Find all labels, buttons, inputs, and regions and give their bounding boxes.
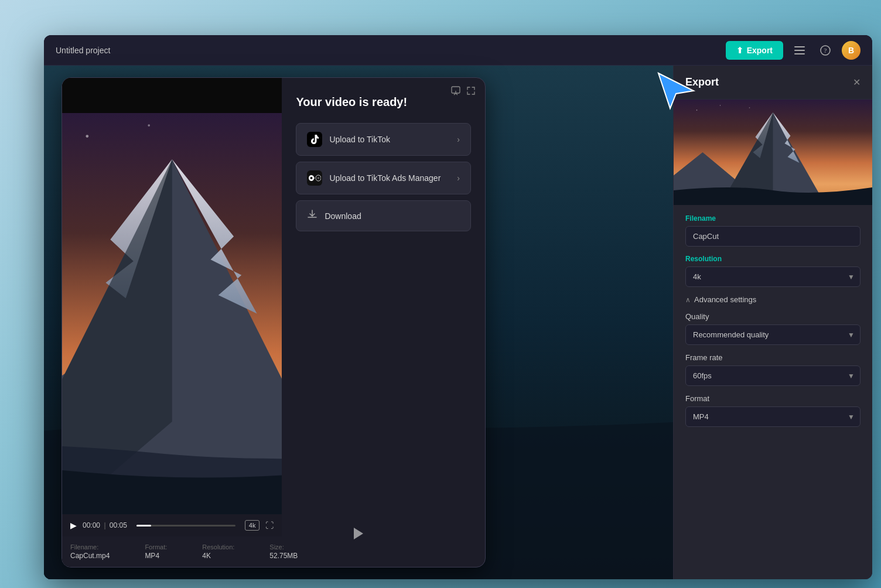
upload-tiktok-ads-label: Upload to TikTok Ads Manager bbox=[329, 173, 440, 183]
chevron-right-icon: › bbox=[457, 135, 460, 144]
main-content: ▶ 00:00 | 00:05 4k ⛶ bbox=[44, 66, 872, 579]
format-value: MP4 bbox=[145, 552, 167, 560]
fullscreen-icon-button[interactable] bbox=[466, 86, 476, 98]
quality-select-wrapper: Recommended quality High quality Medium … bbox=[685, 324, 860, 345]
resolution-select-wrapper: 4k 2k 1080p 720p 480p 360p ▼ bbox=[685, 266, 860, 287]
framerate-select[interactable]: 60fps 30fps 24fps bbox=[685, 365, 860, 386]
export-upload-icon: ⬆ bbox=[736, 46, 743, 55]
upload-tiktok-ads-button[interactable]: Upload to TikTok Ads Manager › bbox=[296, 162, 471, 194]
upload-tiktok-ads-left: Upload to TikTok Ads Manager bbox=[307, 170, 440, 186]
video-preview-side: ▶ 00:00 | 00:05 4k ⛶ bbox=[62, 78, 282, 567]
upload-tiktok-left: Upload to TikTok bbox=[307, 132, 390, 147]
resolution-meta: Resolution: 4K bbox=[202, 543, 234, 560]
modal-top-icons bbox=[451, 86, 476, 98]
svg-point-15 bbox=[317, 177, 320, 179]
framerate-field-label: Frame rate bbox=[685, 353, 860, 362]
chevron-right-ads-icon: › bbox=[457, 173, 460, 183]
modal-right-side: Your video is ready! Upload to TikTok bbox=[282, 78, 485, 567]
filename-field-label: Filename bbox=[685, 214, 860, 223]
export-sidebar: Export ✕ bbox=[673, 66, 872, 579]
play-button[interactable]: ▶ bbox=[70, 521, 77, 530]
resolution-select[interactable]: 4k 2k 1080p 720p 480p 360p bbox=[685, 266, 860, 287]
filename-input[interactable] bbox=[685, 226, 860, 247]
app-window: Untitled project ⬆ Export ? B bbox=[44, 35, 872, 579]
time-display: 00:00 | 00:05 bbox=[83, 521, 127, 529]
export-header: Export ✕ bbox=[674, 66, 872, 100]
quality-field-label: Quality bbox=[685, 312, 860, 321]
avatar[interactable]: B bbox=[842, 41, 860, 60]
project-title: Untitled project bbox=[56, 46, 110, 55]
close-export-button[interactable]: ✕ bbox=[853, 77, 860, 88]
quality-select[interactable]: Recommended quality High quality Medium … bbox=[685, 324, 860, 345]
svg-rect-2 bbox=[794, 53, 805, 54]
video-black-top bbox=[62, 78, 282, 113]
svg-point-17 bbox=[696, 110, 698, 111]
advanced-settings-toggle[interactable]: ∧ Advanced settings bbox=[685, 295, 756, 304]
filename-label: Filename: bbox=[70, 543, 110, 551]
svg-point-14 bbox=[310, 177, 313, 179]
export-button-label: Export bbox=[747, 46, 773, 55]
svg-point-19 bbox=[749, 107, 750, 108]
svg-point-13 bbox=[148, 124, 150, 127]
resolution-value: 4K bbox=[202, 552, 234, 560]
share-icon-button[interactable] bbox=[451, 86, 460, 98]
modal-inner: ▶ 00:00 | 00:05 4k ⛶ bbox=[62, 78, 485, 567]
video-thumbnail bbox=[62, 113, 282, 514]
framerate-select-wrapper: 60fps 30fps 24fps ▼ bbox=[685, 365, 860, 386]
filename-meta: Filename: CapCut.mp4 bbox=[70, 543, 110, 560]
format-meta: Format: MP4 bbox=[145, 543, 167, 560]
download-label: Download bbox=[325, 211, 361, 221]
svg-text:?: ? bbox=[824, 47, 827, 54]
svg-rect-1 bbox=[794, 50, 805, 51]
svg-rect-0 bbox=[794, 46, 805, 47]
top-bar: Untitled project ⬆ Export ? B bbox=[44, 35, 872, 66]
menu-button[interactable] bbox=[790, 41, 809, 60]
upload-tiktok-label: Upload to TikTok bbox=[329, 135, 390, 144]
upload-tiktok-button[interactable]: Upload to TikTok › bbox=[296, 123, 471, 156]
format-select[interactable]: MP4 MOV AVI GIF bbox=[685, 406, 860, 427]
export-button[interactable]: ⬆ Export bbox=[726, 41, 783, 60]
export-modal: ▶ 00:00 | 00:05 4k ⛶ bbox=[62, 77, 486, 568]
preview-thumbnail bbox=[674, 100, 872, 205]
help-button[interactable]: ? bbox=[816, 41, 835, 60]
filename-value: CapCut.mp4 bbox=[70, 552, 110, 560]
svg-point-18 bbox=[720, 105, 720, 105]
bottom-play-button[interactable] bbox=[352, 527, 365, 544]
download-icon bbox=[307, 209, 317, 223]
fullscreen-button[interactable]: ⛶ bbox=[265, 521, 274, 530]
advanced-chevron-icon: ∧ bbox=[685, 296, 691, 304]
download-button[interactable]: Download bbox=[296, 200, 471, 231]
ready-title: Your video is ready! bbox=[296, 95, 471, 109]
quality-badge: 4k bbox=[245, 520, 260, 531]
sidebar-form: Filename Resolution 4k 2k 1080p 720p 480… bbox=[674, 205, 872, 445]
progress-fill bbox=[136, 525, 151, 527]
top-bar-actions: ⬆ Export ? B bbox=[726, 41, 860, 60]
resolution-field-label: Resolution bbox=[685, 255, 860, 263]
center-area: ▶ 00:00 | 00:05 4k ⛶ bbox=[44, 66, 673, 579]
format-label: Format: bbox=[145, 543, 167, 551]
format-select-wrapper: MP4 MOV AVI GIF ▼ bbox=[685, 406, 860, 427]
format-field-label: Format bbox=[685, 394, 860, 403]
video-controls: ▶ 00:00 | 00:05 4k ⛶ bbox=[62, 514, 282, 536]
tiktok-ads-icon bbox=[307, 170, 322, 186]
tiktok-icon bbox=[307, 132, 322, 147]
progress-bar[interactable] bbox=[136, 525, 235, 527]
svg-point-12 bbox=[86, 135, 88, 138]
export-panel-title: Export bbox=[685, 76, 719, 88]
resolution-label: Resolution: bbox=[202, 543, 234, 551]
advanced-settings-label: Advanced settings bbox=[694, 295, 756, 304]
video-meta: Filename: CapCut.mp4 Format: MP4 Resolut… bbox=[62, 536, 282, 567]
